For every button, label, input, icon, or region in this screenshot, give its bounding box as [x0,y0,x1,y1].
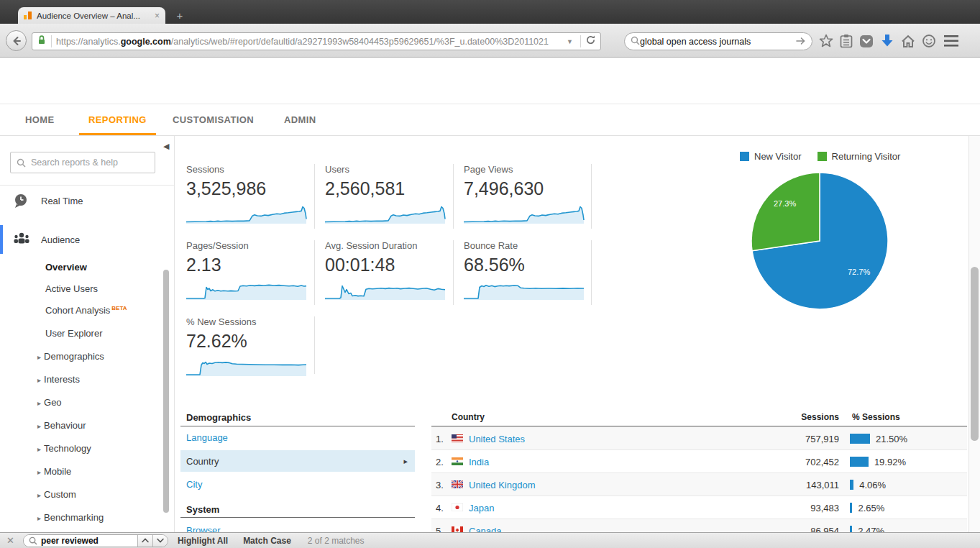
sidebar-item-user-explorer[interactable]: User Explorer [45,328,102,339]
country-link[interactable]: United States [469,434,525,444]
find-previous-button[interactable] [137,535,152,547]
nav-customisation[interactable]: CUSTOMISATION [173,114,254,125]
browser-search-bar[interactable] [624,32,812,50]
home-icon[interactable] [900,33,916,49]
japan-flag-icon [452,503,463,511]
chevron-right-icon: ▸ [37,353,41,361]
page-scrollbar-thumb[interactable] [971,267,979,441]
pages-session-sparkline [186,280,308,300]
page-scrollbar[interactable] [968,136,980,532]
find-input-wrap[interactable] [24,535,137,547]
nav-admin[interactable]: ADMIN [284,114,316,125]
audience-people-icon [13,232,29,247]
tab-close-icon[interactable]: × [155,11,160,21]
nav-reporting[interactable]: REPORTING [88,114,147,125]
card-divider [314,164,315,229]
col-country: Country [452,412,485,422]
back-button[interactable] [6,30,27,51]
sessions-sparkline [186,204,308,224]
sidebar-search[interactable] [10,152,155,173]
sidebar: ◀ Real Time Audience Overview Active Use… [0,136,175,532]
sidebar-item-geo[interactable]: ▸Geo [37,397,62,408]
sidebar-item-interests[interactable]: ▸Interests [37,374,80,385]
pie-legend: New Visitor Returning Visitor [740,151,900,162]
bookmarks-list-icon[interactable] [838,33,854,49]
report-content: Sessions 3,525,986 Users 2,560,581 Page … [175,136,968,532]
sidebar-item-demographics[interactable]: ▸Demographics [37,351,104,362]
sidebar-item-cohort-analysis[interactable]: Cohort AnalysisBETA [45,305,127,316]
find-input[interactable] [41,536,126,546]
browser-search-input[interactable] [640,37,796,47]
metric-card-users: Users 2,560,581 [325,164,453,224]
find-next-button[interactable] [152,535,168,547]
pct-bar [850,526,852,532]
system-heading: System [186,504,219,515]
highlight-all-button[interactable]: Highlight All [178,536,228,546]
country-link[interactable]: Canada [469,526,502,532]
page-views-sparkline [464,204,586,224]
sidebar-item-real-time[interactable]: Real Time [0,191,175,211]
sidebar-item-active-users[interactable]: Active Users [45,283,98,295]
url-bar[interactable]: https://analytics.google.com/analytics/w… [32,32,601,50]
card-divider [314,316,315,374]
country-link[interactable]: Japan [469,503,494,513]
card-divider [453,240,454,305]
hello-chat-icon[interactable] [921,33,937,49]
demographics-rule [180,426,415,426]
bookmark-star-icon[interactable] [818,33,834,49]
url-dropdown-icon[interactable]: ▼ [567,38,573,45]
sidebar-item-behaviour[interactable]: ▸Behaviour [37,420,86,431]
chevron-right-icon: ▸ [37,399,41,407]
search-icon [17,158,26,168]
country-link[interactable]: United Kingdom [469,480,536,490]
bounce-rate-sparkline [464,280,586,300]
sidebar-item-mobile[interactable]: ▸Mobile [37,466,71,477]
chevron-right-icon: ▸ [37,514,41,522]
metric-card-sessions: Sessions 3,525,986 [186,164,314,224]
system-link-browser[interactable]: Browser [186,525,221,532]
demographics-link-city[interactable]: City [186,479,202,490]
pie-label-returning: 27.3% [774,199,796,208]
url-text: https://analytics.google.com/analytics/w… [56,37,564,47]
users-sparkline [325,204,447,224]
sidebar-item-audience[interactable]: Audience [0,229,175,250]
search-icon [29,536,37,545]
url-divider [51,35,52,47]
pct-bar [850,503,852,513]
sidebar-item-custom[interactable]: ▸Custom [37,489,76,500]
demographics-link-country-selected[interactable]: Country ▸ [180,450,415,472]
sidebar-collapse-icon[interactable]: ◀ [163,142,169,151]
chevron-right-icon: ▸ [403,457,408,466]
sidebar-search-input[interactable] [31,157,149,168]
demographics-heading: Demographics [186,412,251,423]
match-case-button[interactable]: Match Case [243,536,291,546]
browser-tab[interactable]: Audience Overview – Anal... × [18,7,165,24]
sidebar-item-benchmarking[interactable]: ▸Benchmarking [37,512,104,523]
system-rule [180,517,415,518]
downloads-icon[interactable] [879,33,895,49]
sidebar-item-technology[interactable]: ▸Technology [37,443,91,454]
table-row: 3. United Kingdom 143,011 4.06% [431,472,967,496]
new-tab-button[interactable]: + [170,9,189,22]
table-row: 5. Canada 86,954 2.47% [431,519,967,532]
demographics-link-language[interactable]: Language [186,432,228,443]
nav-home[interactable]: HOME [25,114,55,125]
visitor-pie-chart[interactable]: 27.3% 72.7% [748,169,892,313]
screen: Audience Overview – Anal... × + https://… [0,0,980,548]
ga-favicon [24,9,32,22]
menu-hamburger-icon[interactable] [943,33,959,49]
metric-card-pages-session: Pages/Session 2.13 [186,240,314,300]
chevron-right-icon: ▸ [37,445,41,453]
find-status: 2 of 2 matches [308,536,365,546]
country-link[interactable]: India [469,457,489,467]
reload-icon[interactable] [585,35,596,48]
chevron-right-icon: ▸ [37,376,41,384]
sidebar-scrollbar-thumb[interactable] [163,270,169,513]
find-close-icon[interactable]: ✕ [6,536,14,545]
uk-flag-icon [452,480,463,488]
metric-card-avg-session-duration: Avg. Session Duration 00:01:48 [325,240,453,300]
pct-bar [850,457,869,467]
pocket-icon[interactable] [858,33,874,49]
sidebar-item-overview[interactable]: Overview [45,262,87,273]
search-go-icon[interactable] [796,35,806,48]
